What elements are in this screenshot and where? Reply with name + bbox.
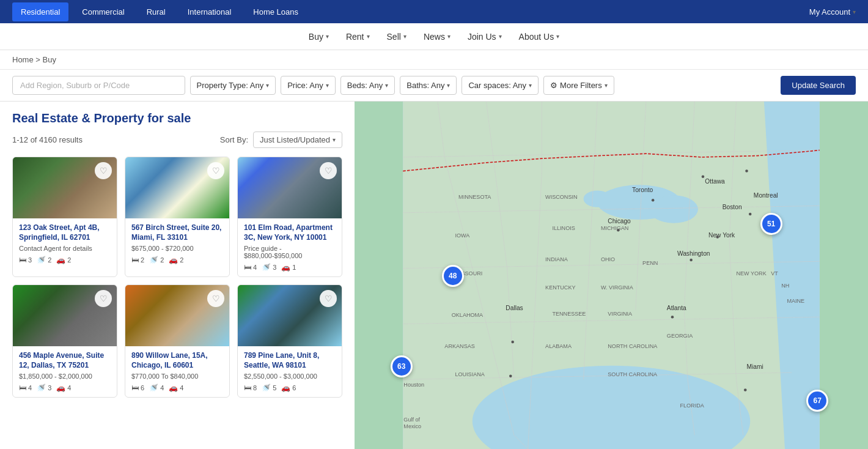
my-account-button[interactable]: My Account ▾ (809, 7, 856, 17)
map-cluster-c3[interactable]: 63 (391, 355, 413, 377)
map-cluster-c2[interactable]: 51 (760, 213, 782, 235)
svg-point-55 (749, 213, 752, 216)
property-card[interactable]: ♡ 890 Willow Lane, 15A, Chicago, IL 6060… (125, 284, 230, 398)
baths-count: 5 (273, 384, 276, 391)
nav-rent[interactable]: Rent ▾ (339, 28, 377, 45)
svg-point-5 (473, 366, 750, 449)
more-filters-chevron-icon: ▾ (605, 82, 608, 89)
car-icon: 🚗 (281, 384, 290, 392)
svg-point-54 (745, 169, 748, 173)
breadcrumb-home[interactable]: Home (12, 55, 34, 64)
sort-by-container: Sort By: Just Listed/Updated ▾ (220, 132, 342, 148)
cars-feature: 🚗 4 (169, 384, 183, 392)
rent-chevron-icon: ▾ (367, 33, 370, 40)
baths-count: 2 (48, 256, 51, 264)
property-card[interactable]: ♡ 123 Oak Street, Apt 4B, Springfield, I… (12, 157, 117, 277)
svg-text:Toronto: Toronto (632, 187, 653, 193)
property-card[interactable]: ♡ 456 Maple Avenue, Suite 12, Dallas, TX… (12, 284, 117, 398)
left-panel: Real Estate & Property for sale 1-12 of … (0, 102, 355, 449)
bed-icon: 🛏 (244, 263, 251, 272)
nav-buy[interactable]: Buy ▾ (301, 28, 336, 45)
svg-text:WISCONSIN: WISCONSIN (545, 194, 577, 200)
property-type-filter[interactable]: Property Type: Any ▾ (190, 76, 276, 95)
baths-filter[interactable]: Baths: Any ▾ (400, 76, 457, 95)
cars-feature: 🚗 2 (56, 256, 71, 264)
cars-feature: 🚗 6 (281, 384, 296, 392)
sort-value: Just Listed/Updated (260, 135, 330, 144)
breadcrumb: Home > Buy (0, 50, 868, 70)
baths-feature: 🚿 3 (37, 384, 51, 392)
baths-feature: 🚿 2 (149, 256, 164, 264)
favorite-button[interactable]: ♡ (207, 162, 224, 179)
top-nav-commercial[interactable]: Commercial (73, 2, 133, 21)
property-address: 890 Willow Lane, 15A, Chicago, IL 60601 (131, 351, 223, 370)
beds-count: 6 (141, 384, 144, 391)
baths-feature: 🚿 5 (262, 384, 276, 392)
car-icon: 🚗 (169, 256, 178, 264)
breadcrumb-separator: > (35, 55, 42, 64)
map-cluster-c1[interactable]: 48 (442, 265, 464, 287)
svg-text:Dallas: Dallas (506, 305, 523, 311)
update-search-button[interactable]: Update Search (781, 76, 856, 95)
svg-text:VIRGINIA: VIRGINIA (608, 311, 633, 317)
cars-feature: 🚗 2 (169, 256, 183, 264)
svg-text:KENTUCKY: KENTUCKY (545, 284, 575, 291)
top-nav-rural[interactable]: Rural (138, 2, 174, 21)
sort-select[interactable]: Just Listed/Updated ▾ (253, 132, 342, 148)
top-nav-home-loans[interactable]: Home Loans (245, 2, 307, 21)
beds-filter[interactable]: Beds: Any ▾ (340, 76, 395, 95)
property-address: 789 Pine Lane, Unit 8, Seattle, WA 98101 (244, 351, 336, 370)
favorite-button[interactable]: ♡ (320, 290, 337, 307)
property-card[interactable]: ♡ 567 Birch Street, Suite 20, Miami, FL … (125, 157, 230, 277)
cars-count: 2 (67, 256, 71, 264)
sort-label: Sort By: (220, 135, 248, 144)
nav-sell[interactable]: Sell ▾ (380, 28, 414, 45)
top-nav-residential[interactable]: Residential (12, 2, 68, 21)
svg-text:IOWA: IOWA (455, 232, 470, 239)
property-features: 🛏 3 🚿 2 🚗 2 (19, 256, 111, 264)
baths-chevron-icon: ▾ (447, 82, 450, 89)
svg-text:MAINE: MAINE (787, 298, 804, 304)
car-spaces-filter[interactable]: Car spaces: Any ▾ (462, 76, 539, 95)
beds-feature: 🛏 2 (131, 256, 144, 264)
my-account-chevron-icon: ▾ (853, 9, 856, 15)
beds-feature: 🛏 4 (244, 263, 257, 272)
svg-text:GEORGIA: GEORGIA (667, 333, 693, 339)
more-filters-button[interactable]: ⚙ More Filters ▾ (543, 76, 614, 95)
card-body: 789 Pine Lane, Unit 8, Seattle, WA 98101… (238, 346, 342, 397)
property-card[interactable]: ♡ 101 Elm Road, Apartment 3C, New York, … (237, 157, 342, 277)
region-input[interactable]: Add Region, Suburb or P/Code (12, 76, 185, 95)
cars-feature: 🚗 4 (56, 384, 71, 392)
price-filter[interactable]: Price: Any ▾ (281, 76, 336, 95)
nav-news[interactable]: News ▾ (416, 28, 458, 45)
map-cluster-c4[interactable]: 67 (806, 390, 828, 412)
filters-bar: Add Region, Suburb or P/Code Property Ty… (0, 70, 868, 102)
card-image: ♡ (125, 285, 229, 346)
top-nav-international[interactable]: International (179, 2, 240, 21)
svg-marker-1 (403, 102, 820, 449)
favorite-button[interactable]: ♡ (95, 290, 112, 307)
beds-chevron-icon: ▾ (385, 82, 388, 89)
svg-text:INDIANA: INDIANA (545, 256, 568, 262)
property-features: 🛏 6 🚿 4 🚗 4 (131, 384, 223, 392)
bath-icon: 🚿 (262, 263, 271, 272)
favorite-button[interactable]: ♡ (95, 162, 112, 179)
results-count: 1-12 of 4160 results (12, 135, 83, 144)
results-meta: 1-12 of 4160 results Sort By: Just Liste… (12, 132, 342, 148)
property-price: Price guide - $880,000-$950,000 (244, 245, 336, 259)
svg-text:VT: VT (771, 270, 778, 276)
map-svg: Chicago New York Boston Washington Montr… (355, 102, 868, 449)
svg-text:Atlanta: Atlanta (667, 305, 686, 311)
nav-join-us[interactable]: Join Us ▾ (460, 28, 509, 45)
bath-icon: 🚿 (262, 384, 271, 392)
bath-icon: 🚿 (149, 384, 158, 392)
favorite-button[interactable]: ♡ (320, 162, 337, 179)
secondary-navigation: Buy ▾ Rent ▾ Sell ▾ News ▾ Join Us ▾ Abo… (0, 23, 868, 50)
beds-count: 4 (253, 264, 257, 271)
svg-text:OKLAHOMA: OKLAHOMA (452, 312, 484, 318)
nav-about-us[interactable]: About Us ▾ (512, 28, 567, 45)
join-us-chevron-icon: ▾ (499, 33, 502, 40)
favorite-button[interactable]: ♡ (207, 290, 224, 307)
svg-point-2 (597, 185, 680, 220)
property-card[interactable]: ♡ 789 Pine Lane, Unit 8, Seattle, WA 981… (237, 284, 342, 398)
